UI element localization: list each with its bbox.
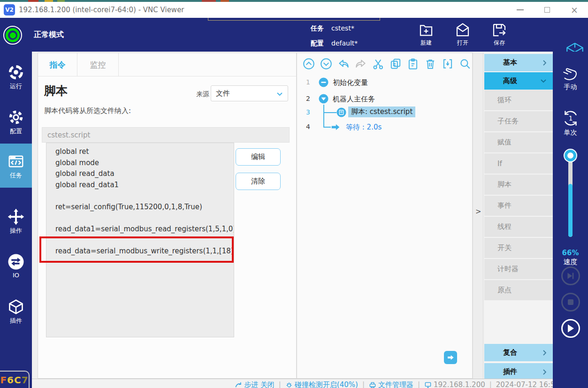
panel-divider: > [473, 53, 483, 379]
move-arrows-icon [8, 208, 24, 225]
palette-item-timer[interactable]: 计时器 [484, 259, 553, 280]
sidebar-item-plugin[interactable]: 插件 [0, 298, 32, 325]
sidebar-item-operate[interactable]: 操作 [0, 208, 32, 235]
stop-icon [567, 298, 574, 306]
single-run-button[interactable]: 1 单次 [553, 109, 588, 137]
cube-icon [8, 298, 24, 315]
palette-item-script[interactable]: 脚本 [484, 175, 553, 195]
palette-group-advanced[interactable]: 高级 [484, 72, 553, 90]
tree-node-init-vars[interactable]: 初始化变量 [333, 78, 368, 87]
palette-item-if[interactable]: If [484, 153, 553, 174]
instruction-palette: 基本 高级 循环 子任务 赋值 If 脚本 事件 线程 开关 计时器 原点 复合… [484, 53, 553, 379]
sidebar-item-task[interactable]: 任务 [0, 153, 32, 180]
new-task-button[interactable]: 新建 [411, 21, 441, 47]
palette-item-loop[interactable]: 循环 [484, 90, 553, 111]
redo-icon[interactable] [355, 58, 367, 70]
hardware-id-badge: F 6 C 7 [0, 371, 30, 388]
badge-letter: C [14, 374, 22, 386]
tree-toolbar [303, 58, 471, 70]
cut-icon[interactable] [372, 58, 384, 70]
code-line [55, 191, 232, 203]
search-icon[interactable] [459, 58, 471, 70]
palette-item-event[interactable]: 事件 [484, 196, 553, 216]
editor-tab-bar: 指令 监控 [38, 53, 296, 76]
palette-group-basic[interactable]: 基本 [484, 54, 553, 71]
maximize-button[interactable] [534, 2, 561, 18]
collapse-all-icon[interactable] [303, 58, 315, 70]
play-button[interactable] [561, 319, 580, 338]
tree-node-main-task[interactable]: 机器人主任务 [333, 95, 375, 104]
tab-instruction[interactable]: 指令 [38, 53, 77, 76]
chevron-right-icon [542, 60, 547, 66]
sidebar-label: 操作 [0, 227, 32, 235]
expand-panel-chevron[interactable]: > [475, 207, 481, 216]
speed-slider-handle[interactable] [565, 150, 576, 161]
overlay-artifact [208, 18, 380, 21]
sidebar-label: IO [0, 272, 32, 279]
task-row: 任务cstest* [311, 24, 354, 33]
source-select[interactable]: 文件 [211, 85, 288, 101]
minimize-icon [517, 9, 524, 10]
code-line: global read_data [55, 169, 232, 181]
sidebar-item-run[interactable]: 运行 [0, 64, 32, 91]
expand-all-icon[interactable] [320, 58, 332, 70]
status-bar: 步进 关闭 | 碰撞检测开启(40%) | 文件管理器 | 192.168.1.… [32, 379, 553, 388]
chevron-down-icon [276, 92, 283, 96]
expanded-node-icon[interactable] [319, 94, 328, 104]
annotation-red-box [39, 236, 234, 263]
file-manager-link[interactable]: 文件管理器 [369, 380, 413, 388]
collapsed-node-icon[interactable] [319, 77, 328, 87]
status-divider: | [362, 380, 365, 388]
tree-connector [323, 105, 324, 127]
palette-item-thread[interactable]: 线程 [484, 217, 553, 237]
app-header: 正常模式 任务cstest* 配置default* 新建 打开 保存 [0, 18, 588, 52]
sidebar-label: 运行 [0, 82, 32, 91]
undo-icon[interactable] [337, 58, 350, 70]
new-task-label: 新建 [411, 39, 441, 47]
file-manager-icon [369, 381, 376, 388]
tree-node-script-selected[interactable]: 脚本: cstest.script [348, 107, 415, 117]
script-file-field[interactable]: cstest.script [42, 127, 290, 143]
palette-item-origin[interactable]: 原点 [484, 280, 553, 301]
delete-icon[interactable] [424, 58, 436, 70]
close-button[interactable]: × [561, 2, 588, 18]
insert-icon[interactable] [442, 58, 454, 70]
next-step-button[interactable] [444, 351, 457, 364]
paste-icon[interactable] [407, 58, 419, 70]
badge-letter: F [0, 374, 7, 386]
palette-item-switch[interactable]: 开关 [484, 238, 553, 259]
minimize-button[interactable] [506, 2, 534, 18]
status-timestamp: 2024-07-12 16:53:52 [496, 380, 553, 388]
group-label: 高级 [503, 76, 517, 85]
tree-row-number: 1 [301, 78, 310, 86]
step-forward-button[interactable] [561, 266, 580, 285]
save-task-button[interactable]: 保存 [484, 21, 514, 47]
open-task-button[interactable]: 打开 [448, 21, 478, 47]
stop-button[interactable] [561, 293, 580, 312]
wait-arrow-icon[interactable] [330, 122, 341, 132]
step-status[interactable]: 步进 关闭 [235, 380, 275, 388]
code-line: read_data1=serial_modbus_read_registers(… [55, 225, 232, 236]
sidebar-item-config[interactable]: 配置 [0, 109, 32, 136]
palette-group-plugin[interactable]: 插件 [484, 363, 553, 380]
manual-mode-button[interactable]: 手动 [553, 64, 588, 91]
palette-item-assign[interactable]: 赋值 [484, 132, 553, 153]
palette-item-subtask[interactable]: 子任务 [484, 111, 553, 132]
sidebar-item-io[interactable]: IO [0, 253, 32, 279]
step-icon [235, 381, 242, 388]
right-control-rail: 手动 1 单次 66% 速度 [553, 52, 588, 388]
vnc-logo-icon: V2 [4, 4, 15, 15]
speed-slider-track[interactable] [568, 155, 573, 237]
speed-value: 66% [553, 249, 588, 257]
open-file-icon [454, 22, 471, 38]
save-icon [491, 22, 508, 38]
script-node-icon[interactable] [336, 107, 346, 117]
palette-group-composite[interactable]: 复合 [484, 344, 553, 361]
task-label: 任务 [311, 24, 324, 32]
collision-status[interactable]: 碰撞检测开启(40%) [285, 380, 358, 388]
tree-node-wait[interactable]: 等待 : 2.0s [346, 123, 382, 132]
copy-icon[interactable] [389, 58, 402, 70]
tab-monitor[interactable]: 监控 [77, 53, 119, 76]
clear-button[interactable]: 清除 [236, 173, 281, 190]
edit-button[interactable]: 编辑 [236, 148, 281, 166]
